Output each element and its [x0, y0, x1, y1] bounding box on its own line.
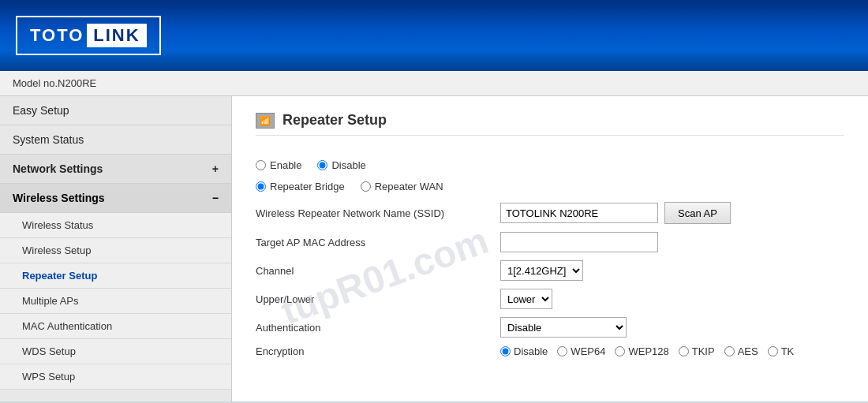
- form-section: Enable Disable Repeater Bridge Repeater …: [256, 151, 844, 373]
- enc-wep64-text: WEP64: [571, 345, 605, 357]
- ssid-input[interactable]: [500, 203, 658, 223]
- sidebar-item-easy-setup[interactable]: Easy Setup: [0, 96, 231, 125]
- sidebar-item-wireless-setup[interactable]: Wireless Setup: [0, 238, 231, 263]
- channel-row: Channel 1[2.412GHZ] 2[2.417GHZ] 3[2.422G…: [256, 260, 844, 281]
- sidebar-label-wireless-settings: Wireless Settings: [13, 192, 105, 204]
- auth-select[interactable]: Disable WPA-PSK WPA2-PSK: [500, 317, 627, 338]
- logo-link: LINK: [87, 24, 146, 47]
- enc-wep128-text: WEP128: [628, 345, 668, 357]
- sidebar-label-easy-setup: Easy Setup: [13, 104, 69, 117]
- enable-disable-row: Enable Disable: [256, 159, 844, 171]
- disable-radio-label[interactable]: Disable: [317, 159, 365, 171]
- enc-tkip-label[interactable]: TKIP: [679, 345, 715, 357]
- sidebar-label-system-status: System Status: [13, 133, 84, 146]
- auth-control: Disable WPA-PSK WPA2-PSK: [500, 317, 627, 338]
- sidebar-label-mac-authentication: MAC Authentication: [22, 320, 112, 332]
- repeater-bridge-label[interactable]: Repeater Bridge: [256, 181, 345, 192]
- network-settings-plus-icon: +: [212, 162, 219, 175]
- wireless-settings-minus-icon: −: [212, 192, 219, 204]
- enable-label-text: Enable: [270, 159, 301, 171]
- sidebar-item-system-status[interactable]: System Status: [0, 125, 231, 155]
- repeater-mode-row: Repeater Bridge Repeater WAN: [256, 181, 844, 192]
- enc-disable-radio[interactable]: [500, 346, 511, 356]
- sidebar-item-multiple-aps[interactable]: Multiple APs: [0, 289, 231, 314]
- upperlower-select[interactable]: Lower Upper: [500, 289, 552, 309]
- enc-disable-text: Disable: [514, 345, 548, 357]
- enc-wep128-label[interactable]: WEP128: [615, 345, 668, 357]
- enc-wep64-radio[interactable]: [557, 346, 567, 356]
- ssid-row: Wireless Repeater Network Name (SSID) Sc…: [256, 202, 844, 224]
- repeater-bridge-radio[interactable]: [256, 181, 266, 192]
- repeater-wan-text: Repeater WAN: [375, 181, 443, 192]
- sidebar-label-wireless-status: Wireless Status: [22, 219, 93, 231]
- repeater-wan-label[interactable]: Repeater WAN: [361, 181, 443, 192]
- mac-input[interactable]: [500, 232, 658, 252]
- mac-label: Target AP MAC Address: [256, 237, 500, 248]
- sidebar: Easy Setup System Status Network Setting…: [0, 96, 232, 401]
- enc-disable-label[interactable]: Disable: [500, 345, 548, 357]
- mac-control: [500, 232, 658, 252]
- enc-tkip-radio[interactable]: [679, 346, 689, 356]
- encryption-row: Encryption Disable WEP64 WEP128: [256, 345, 844, 357]
- auth-row: Authentication Disable WPA-PSK WPA2-PSK: [256, 317, 844, 338]
- ssid-label: Wireless Repeater Network Name (SSID): [256, 207, 500, 219]
- model-bar: Model no.N200RE: [0, 71, 868, 96]
- upperlower-label: Upper/Lower: [256, 293, 500, 305]
- sidebar-item-repeater-setup[interactable]: Repeater Setup: [0, 263, 231, 289]
- enc-tk-radio[interactable]: [768, 346, 778, 356]
- sidebar-item-network-settings[interactable]: Network Settings +: [0, 155, 231, 184]
- disable-radio[interactable]: [317, 160, 327, 170]
- model-label: Model no.N200RE: [13, 77, 96, 89]
- enc-aes-text: AES: [738, 345, 758, 357]
- sidebar-label-wds-setup: WDS Setup: [22, 345, 76, 357]
- disable-label-text: Disable: [331, 159, 365, 171]
- enable-radio-label[interactable]: Enable: [256, 159, 301, 171]
- enc-tk-label[interactable]: TK: [768, 345, 795, 357]
- sidebar-item-mac-authentication[interactable]: MAC Authentication: [0, 314, 231, 339]
- logo-toto: TOTO: [30, 25, 84, 46]
- enc-aes-label[interactable]: AES: [724, 345, 758, 357]
- enc-wep64-label[interactable]: WEP64: [557, 345, 605, 357]
- sidebar-label-wireless-setup: Wireless Setup: [22, 244, 91, 256]
- channel-select[interactable]: 1[2.412GHZ] 2[2.417GHZ] 3[2.422GHZ]: [500, 260, 583, 281]
- content-area: 📶 Repeater Setup Enable Disable Repeat: [232, 96, 868, 401]
- sidebar-item-wireless-status[interactable]: Wireless Status: [0, 213, 231, 238]
- header: TOTO LINK: [0, 0, 868, 71]
- encryption-control: Disable WEP64 WEP128 TKIP: [500, 345, 794, 357]
- sidebar-item-wireless-settings[interactable]: Wireless Settings −: [0, 184, 231, 213]
- sidebar-item-wps-setup[interactable]: WPS Setup: [0, 364, 231, 390]
- logo-box: TOTO LINK: [16, 16, 161, 55]
- enc-wep128-radio[interactable]: [615, 346, 625, 356]
- encryption-label: Encryption: [256, 345, 500, 357]
- auth-label: Authentication: [256, 322, 500, 334]
- sidebar-label-multiple-aps: Multiple APs: [22, 295, 79, 307]
- channel-control: 1[2.412GHZ] 2[2.417GHZ] 3[2.422GHZ]: [500, 260, 583, 281]
- main-layout: Easy Setup System Status Network Setting…: [0, 96, 868, 401]
- repeater-wan-radio[interactable]: [361, 181, 371, 192]
- upperlower-row: Upper/Lower Lower Upper: [256, 289, 844, 309]
- enable-radio[interactable]: [256, 160, 266, 170]
- scan-ap-button[interactable]: Scan AP: [664, 202, 731, 224]
- repeater-setup-icon: 📶: [256, 113, 275, 129]
- page-title-row: 📶 Repeater Setup: [256, 112, 844, 136]
- upperlower-control: Lower Upper: [500, 289, 552, 309]
- sidebar-label-wps-setup: WPS Setup: [22, 371, 75, 382]
- enc-tkip-text: TKIP: [692, 345, 715, 357]
- sidebar-label-repeater-setup: Repeater Setup: [22, 270, 97, 282]
- enc-aes-radio[interactable]: [724, 346, 735, 356]
- page-title: Repeater Setup: [282, 112, 387, 129]
- sidebar-label-network-settings: Network Settings: [13, 162, 103, 175]
- enc-tk-text: TK: [781, 345, 795, 357]
- ssid-control: Scan AP: [500, 202, 731, 224]
- channel-label: Channel: [256, 265, 500, 277]
- sidebar-item-wds-setup[interactable]: WDS Setup: [0, 339, 231, 364]
- mac-row: Target AP MAC Address: [256, 232, 844, 252]
- repeater-bridge-text: Repeater Bridge: [270, 181, 345, 192]
